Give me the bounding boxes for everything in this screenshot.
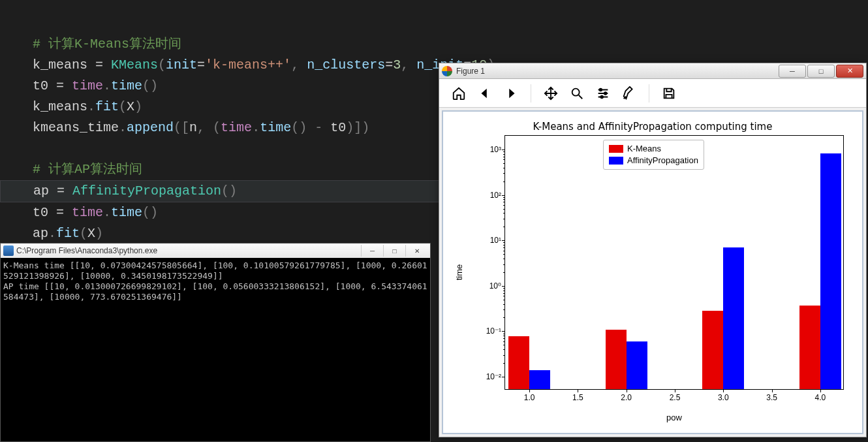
svg-point-1 (600, 88, 602, 91)
bar (627, 341, 647, 389)
close-button[interactable]: ✕ (405, 245, 427, 257)
minimize-button[interactable]: ─ (361, 245, 383, 257)
bar (723, 247, 744, 389)
console-output[interactable]: K-Means time [[10, 0.07300424575805664],… (1, 258, 430, 441)
svg-point-2 (604, 92, 607, 95)
x-axis-label: pow (504, 413, 844, 422)
code-line: t0 = time.time() (33, 205, 158, 220)
figure-title: Figure 1 (456, 67, 485, 76)
edit-icon[interactable] (616, 80, 642, 106)
y-axis-label: time (454, 264, 464, 281)
configure-icon[interactable] (590, 80, 616, 106)
code-comment: # 计算K-Means算法时间 (33, 37, 181, 52)
code-line: t0 = time.time() (33, 78, 158, 93)
bar (799, 306, 820, 389)
back-icon[interactable] (472, 80, 498, 106)
code-line: k_means.fit(X) (33, 99, 142, 114)
save-icon[interactable] (656, 80, 682, 106)
bar (508, 336, 529, 389)
figure-canvas[interactable]: K-Means and AffinityPropagation computin… (442, 110, 863, 434)
zoom-icon[interactable] (564, 80, 590, 106)
bar (606, 330, 627, 389)
code-line: ap.fit(X) (33, 226, 103, 241)
figure-toolbar (439, 79, 866, 108)
code-comment: # 计算AP算法时间 (33, 162, 142, 177)
pan-icon[interactable] (538, 80, 564, 106)
console-window: C:\Program Files\Anaconda3\python.exe ─ … (0, 243, 431, 442)
bar (820, 153, 841, 389)
legend: K-Means AffinityPropagation (603, 140, 704, 170)
toolbar-separator (649, 84, 649, 103)
console-title: C:\Program Files\Anaconda3\python.exe (16, 246, 157, 255)
matplotlib-icon (442, 66, 452, 76)
toolbar-separator (531, 84, 531, 103)
figure-titlebar[interactable]: Figure 1 ─ □ ✕ (439, 63, 866, 79)
bar (529, 370, 550, 389)
maximize-button[interactable]: □ (383, 245, 405, 257)
python-icon (3, 245, 14, 256)
minimize-button[interactable]: ─ (779, 65, 806, 78)
code-line: k_means = KMeans(init='k-means++', n_clu… (33, 57, 495, 72)
bar (702, 311, 723, 389)
figure-window: Figure 1 ─ □ ✕ K-Means and AffinityPropa… (439, 63, 867, 437)
legend-entry: AffinityPropagation (609, 155, 698, 166)
plot-title: K-Means and AffinityPropagation computin… (443, 121, 862, 133)
window-controls: ─ □ ✕ (361, 245, 427, 257)
code-line-highlighted: ap = AffinityPropagation() (0, 180, 444, 202)
code-line: kmeans_time.append([n, (time.time() - t0… (33, 120, 369, 135)
home-icon[interactable] (446, 80, 472, 106)
svg-point-3 (600, 95, 603, 98)
legend-entry: K-Means (609, 143, 698, 155)
svg-point-0 (572, 88, 580, 95)
plot-area: K-Means AffinityPropagation 10⁻²10⁻¹10⁰1… (504, 135, 844, 390)
console-titlebar[interactable]: C:\Program Files\Anaconda3\python.exe ─ … (1, 244, 430, 258)
close-button[interactable]: ✕ (836, 65, 863, 78)
forward-icon[interactable] (498, 80, 524, 106)
maximize-button[interactable]: □ (807, 65, 835, 78)
